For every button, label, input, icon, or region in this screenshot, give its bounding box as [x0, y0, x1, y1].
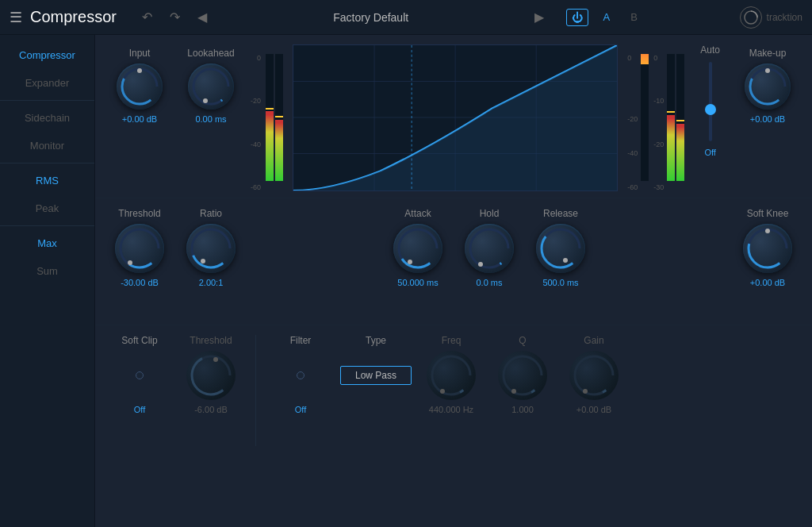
ratio-label: Ratio — [200, 208, 222, 219]
threshold-knob[interactable] — [115, 224, 164, 273]
threshold-dim-knob[interactable] — [186, 351, 236, 400]
logo: tracktion — [740, 6, 802, 29]
ratio-value: 2.00:1 — [199, 278, 224, 287]
attack-knob-group: Attack 50.000 ms — [386, 208, 450, 287]
input-meter-r-peak — [275, 116, 283, 117]
q-knob[interactable] — [498, 351, 547, 400]
preset-name: Factory Default — [308, 11, 435, 24]
out-scale: 0 -10 -20 -30 — [652, 44, 665, 191]
filter-label: Filter — [290, 335, 312, 346]
bot-separator — [255, 335, 256, 446]
sidebar-item-expander[interactable]: Expander — [0, 69, 94, 97]
a-button[interactable]: A — [596, 10, 616, 25]
sidebar-item-sum[interactable]: Sum — [0, 257, 94, 285]
b-button[interactable]: B — [624, 10, 644, 25]
out-meter-l-peak — [667, 111, 675, 113]
freq-value: 440.000 Hz — [429, 405, 473, 414]
main-layout: Compressor Expander Sidechain Monitor RM… — [0, 35, 812, 527]
filter-type-select[interactable]: Low Pass — [340, 366, 412, 385]
freq-knob-group: Freq 440.000 Hz — [419, 335, 483, 414]
filter-type-group: Type Low Pass - — [340, 335, 412, 414]
redo-button[interactable]: ↷ — [165, 8, 185, 26]
freq-knob[interactable] — [427, 351, 476, 400]
lookahead-knob[interactable] — [188, 63, 234, 110]
sidebar-item-monitor[interactable]: Monitor — [0, 132, 94, 160]
input-meters — [266, 44, 283, 191]
top-bar: ☰ Compressor ↶ ↷ ◀ Factory Default ▶ ⏻ A… — [0, 0, 812, 35]
menu-icon[interactable]: ☰ — [10, 9, 22, 26]
soft-knee-knob[interactable] — [743, 224, 792, 273]
soft-knee-knob-group: Soft Knee +0.00 dB — [736, 208, 799, 287]
makeup-knob-group: Make-up +0.00 dB — [736, 48, 799, 124]
input-knob[interactable] — [117, 63, 163, 110]
comp-graph-vis — [293, 44, 618, 191]
out-scale-0: 0 — [653, 54, 664, 62]
sidebar-divider-1 — [0, 100, 94, 101]
input-label: Input — [129, 48, 151, 59]
makeup-knob[interactable] — [745, 63, 791, 110]
out-meter-l — [667, 54, 675, 181]
sidebar-item-peak[interactable]: Peak — [0, 194, 94, 222]
preset-nav: Factory Default — [308, 11, 435, 24]
ratio-knob-group: Ratio 2.00:1 — [179, 208, 243, 287]
sidebar-item-sidechain[interactable]: Sidechain — [0, 104, 94, 132]
next-preset-button[interactable]: ▶ — [530, 8, 549, 26]
soft-clip-group: Soft Clip Off — [108, 335, 171, 414]
gr-meter-fill — [641, 54, 649, 64]
hold-knob-group: Hold 0.0 ms — [458, 208, 521, 287]
release-value: 500.0 ms — [542, 278, 578, 287]
threshold-knob-group: Threshold -30.00 dB — [108, 208, 171, 287]
ratio-knob[interactable] — [186, 224, 236, 273]
prev-preset-button[interactable]: ◀ — [193, 8, 212, 26]
input-meter-l-fill — [266, 111, 274, 181]
filter-type-label: Type — [366, 335, 386, 346]
input-meter-l-peak — [266, 108, 274, 110]
auto-slider-thumb[interactable] — [705, 104, 716, 115]
undo-button[interactable]: ↶ — [137, 8, 157, 26]
auto-slider-wrap[interactable] — [709, 62, 712, 141]
sidebar-item-max[interactable]: Max — [0, 229, 94, 257]
makeup-label: Make-up — [749, 48, 787, 59]
scale-0: 0 — [257, 54, 261, 62]
out-scale-20: -20 — [653, 140, 664, 148]
sidebar-divider-2 — [0, 163, 94, 163]
svg-point-32 — [575, 356, 613, 394]
input-meter-l — [266, 54, 274, 181]
hold-value: 0.0 ms — [476, 278, 502, 287]
out-meter-l-fill — [667, 115, 675, 181]
svg-point-28 — [432, 356, 470, 394]
sidebar-item-compressor[interactable]: Compressor — [0, 41, 94, 69]
release-knob[interactable] — [536, 224, 585, 273]
svg-point-3 — [193, 69, 228, 104]
bot-section: Soft Clip Off Threshold -6.00 dB — [95, 325, 812, 452]
hold-label: Hold — [480, 208, 500, 219]
q-label: Q — [519, 335, 526, 346]
sidebar-divider-3 — [0, 225, 94, 226]
attack-value: 50.000 ms — [397, 278, 438, 287]
gr-scale: 0 -20 -40 -60 — [627, 44, 639, 191]
hold-knob[interactable] — [465, 224, 514, 273]
filter-toggle-wrap — [297, 351, 304, 400]
input-meter-r — [275, 54, 283, 181]
filter-group: Filter Off — [269, 335, 332, 414]
threshold-value: -30.00 dB — [121, 278, 159, 287]
gr-scale-20: -20 — [627, 115, 638, 123]
soft-clip-toggle[interactable] — [136, 371, 144, 379]
gr-meter — [641, 54, 649, 181]
release-label: Release — [543, 208, 578, 219]
svg-point-30 — [504, 356, 542, 394]
power-button[interactable]: ⏻ — [566, 9, 588, 26]
freq-label: Freq — [442, 335, 462, 346]
gain-knob[interactable] — [569, 351, 619, 400]
scale-20: -20 — [251, 97, 261, 105]
gain-value: +0.00 dB — [576, 405, 611, 414]
logo-circle — [740, 6, 762, 29]
sidebar-item-rms[interactable]: RMS — [0, 167, 94, 194]
content-area: Input +0.00 dB Lookahead — [95, 35, 812, 527]
out-scale-10: -10 — [653, 97, 664, 105]
soft-clip-toggle-wrap — [136, 351, 144, 400]
scale-40: -40 — [251, 140, 261, 148]
filter-toggle[interactable] — [297, 371, 304, 379]
attack-knob[interactable] — [393, 224, 442, 273]
filter-type-wrap: Low Pass — [340, 351, 412, 400]
